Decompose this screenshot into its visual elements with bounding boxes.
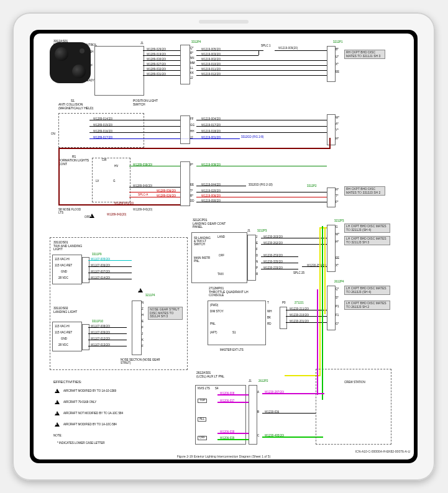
camera-module — [50, 42, 91, 83]
conn-3312p4-b — [180, 115, 190, 144]
pin: Y* — [336, 129, 339, 132]
conn-rh-low — [327, 188, 336, 207]
pin: P — [256, 267, 258, 270]
pin: F* — [336, 201, 339, 204]
dim: DIM STOY — [210, 310, 224, 314]
off: OFF — [219, 255, 224, 258]
pin: T* — [336, 195, 339, 198]
pin: P* — [190, 164, 193, 167]
pnl: PNL — [210, 323, 216, 326]
pin: T* — [190, 190, 193, 193]
lg-name: 3212CP01LANDING GEAR CONT PANEL — [193, 219, 236, 229]
2712j1: 2712J1 — [295, 302, 304, 305]
g: G — [113, 180, 116, 183]
lv: LV — [96, 180, 99, 183]
eff-3: AIRCRAFT NOT MODIFIED BY TO 1A-10C 584 — [63, 412, 123, 415]
p3lg: 3212P3 — [257, 230, 267, 233]
tablet-screen[interactable]: 3312AS01 EXT/INT LIGHTING CONTROL PANEL … — [34, 34, 414, 459]
pin: J — [256, 236, 257, 239]
pin: FF — [190, 118, 194, 121]
p1-label: 3212P1 — [333, 41, 343, 44]
pin: S* — [336, 297, 339, 300]
s4: S4 — [215, 387, 219, 391]
pin: E — [256, 242, 258, 245]
pin: EE — [190, 184, 194, 187]
pin: X* — [336, 63, 339, 66]
schematic-document: 3312AS01 EXT/INT LIGHTING CONTROL PANEL … — [34, 34, 414, 459]
pin: R* — [190, 195, 193, 198]
pin: Q* — [190, 47, 193, 50]
pin: N — [256, 261, 258, 264]
tablet-bezel: 3312AS01 EXT/INT LIGHTING CONTROL PANEL … — [30, 30, 418, 463]
all-btn: ALL — [198, 417, 206, 422]
hv: HV — [114, 165, 118, 168]
pin: BK — [267, 317, 271, 320]
on-label: ON — [51, 133, 55, 136]
gd2: 3312GD (FIG 2-10) — [249, 184, 273, 187]
pin: B — [257, 411, 259, 414]
lh-p4a-mate: LH CKPT BHD DISC MATES TO 2613J3 (SH 4) — [344, 286, 390, 295]
p4-label: 3312P4 — [191, 41, 201, 44]
pin: H* — [336, 138, 339, 141]
pin: JJ — [190, 77, 193, 80]
icn-code: ICN-A10-C-00000A-H-EK82-00076-A-U — [355, 450, 410, 454]
speaker-grille — [199, 20, 249, 24]
pin: F — [256, 248, 258, 251]
eff-4: AIRCRAFT MODIFIED BY TO 1A-10C-584 — [63, 423, 117, 427]
pin: W* — [336, 117, 339, 120]
wire: W1289-042(20) — [107, 214, 126, 217]
j1-label: J1 — [140, 42, 144, 45]
pin: DD — [190, 200, 194, 203]
lh-top-mate: LH CKPT BHD DISC MATES TO 3211J3 (SH 4) — [344, 224, 390, 233]
pin: JJ — [190, 137, 193, 140]
top-btn: TOP — [198, 399, 207, 403]
fwd: (FWD) — [210, 304, 218, 307]
pin: R* — [190, 52, 193, 55]
splc1: SPLC 1 — [261, 45, 271, 48]
lh-mid-mate: LH CKPT BHD DISC MATES TO 3211J3 SH 3 — [344, 236, 390, 245]
tri-3: 3 — [55, 411, 60, 415]
pin: GG — [190, 124, 194, 127]
conn-rh-mid — [327, 114, 336, 145]
eff-2: AIRCRAFT 79-0169 ONLY — [63, 401, 96, 404]
rh-low-mate: RH CKPT BHD DISC MATES TO 3313J3 SH 2 — [344, 186, 385, 196]
lg-sub: S9 LANDING & TAXI LT SWITCH — [194, 237, 213, 246]
tri-eff-a: 4 — [138, 288, 143, 292]
master: MASTER EXT LTS — [220, 349, 244, 352]
land: LAND — [217, 236, 225, 239]
pin: HH — [190, 130, 194, 133]
conn-3312p4 — [180, 45, 190, 84]
pin: P1 — [336, 305, 339, 309]
pin: EE — [336, 257, 339, 260]
conn-lg — [247, 235, 256, 281]
pin: U* — [336, 56, 339, 59]
lg-pnl: MAIN INSTR PNL — [194, 257, 210, 263]
tri-eff-b: 1 — [89, 214, 94, 218]
cw: CW — [102, 159, 107, 162]
crew: CREW STATION — [344, 381, 365, 384]
pin: Q* — [336, 288, 339, 291]
j1: J1 — [249, 380, 252, 383]
nose-section-box — [50, 237, 188, 370]
tri-2: 2 — [55, 400, 60, 404]
s1: S1 — [232, 332, 236, 335]
throttle-name: 2712MP01THROTTLE QUADRANT LH CONSOLE — [209, 287, 258, 297]
pin: H* — [336, 241, 339, 244]
anticoll-name: ANTI COLLISION (MAGNETICALLY HELD) — [58, 103, 102, 110]
wire: W1289-043(20) — [133, 209, 152, 212]
note: NOTE: — [53, 435, 62, 438]
pin: LL — [190, 67, 193, 70]
pin: T — [267, 302, 269, 305]
taxi: TAXI — [217, 273, 224, 276]
pin: A — [257, 391, 259, 394]
rh-top-mate: RH CKPT BHD DISC MATES TO 3211J1 SH 3 — [344, 50, 385, 59]
conn-form — [180, 161, 190, 206]
j1: J1 — [247, 230, 250, 233]
nose-flood: S8 NOSE FLOOD LTS — [58, 209, 83, 215]
splc25: SPLC 25 — [293, 272, 304, 275]
camera-sensor-icon — [80, 48, 85, 53]
tablet-frame: 3312AS01 EXT/INT LIGHTING CONTROL PANEL … — [12, 12, 435, 481]
eff-title: EFFECTIVITIES: — [53, 380, 82, 384]
p2-label: 3312P2 — [307, 185, 317, 188]
camera-lens-icon — [72, 65, 86, 78]
